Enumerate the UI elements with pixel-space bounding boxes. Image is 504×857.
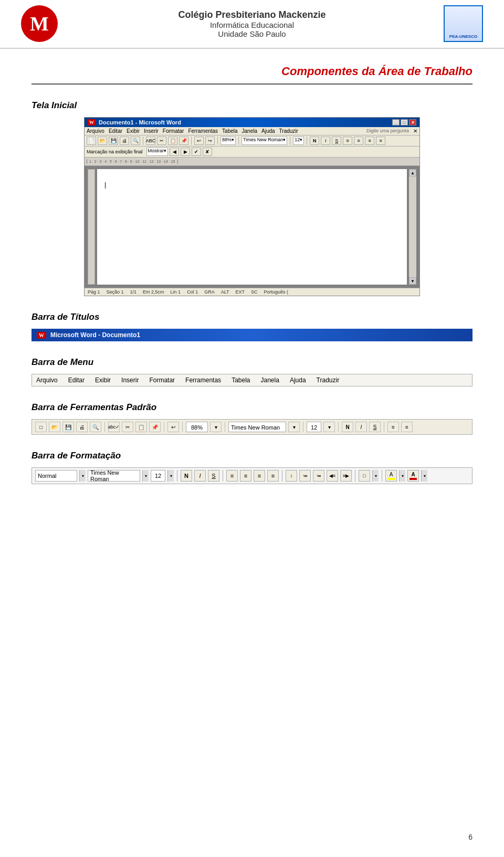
word-copy-btn[interactable]: 📋 xyxy=(168,137,177,145)
word-new-btn[interactable]: 📄 xyxy=(87,137,96,145)
scroll-up-btn[interactable]: ▲ xyxy=(409,169,416,176)
word-menu-janela[interactable]: Janela xyxy=(242,128,257,134)
tool-align-right-btn[interactable]: ≡ xyxy=(401,422,413,432)
menu-ajuda[interactable]: Ajuda xyxy=(290,377,306,384)
tool-undo-btn[interactable]: ↩ xyxy=(167,422,179,432)
word-minimize-button[interactable]: _ xyxy=(392,119,400,126)
status-gra: GRA xyxy=(204,289,215,295)
word-mostrar-dropdown[interactable]: Mostrar▾ xyxy=(146,148,169,156)
fmt-highlight-btn[interactable]: A xyxy=(385,470,397,482)
word-save-btn[interactable]: 💾 xyxy=(109,137,118,145)
menu-inserir[interactable]: Inserir xyxy=(121,377,139,384)
tool-zoom-dropdown-btn[interactable]: ▾ xyxy=(210,422,222,432)
tool-bold-btn[interactable]: N xyxy=(342,422,353,432)
word-underline-btn[interactable]: S xyxy=(332,137,341,145)
fmt-numbers-btn[interactable]: ≔ xyxy=(313,470,324,482)
fmt-border-btn[interactable]: □ xyxy=(359,470,370,482)
word-help-search[interactable]: Digite uma pergunta xyxy=(366,128,409,134)
word-window-buttons[interactable]: _ □ ✕ xyxy=(392,119,416,126)
fmt-italic-btn[interactable]: I xyxy=(194,470,206,482)
tool-paste-btn[interactable]: 📌 xyxy=(149,422,161,432)
tool-spell-btn[interactable]: abc✓ xyxy=(108,422,120,432)
fmt-font-dropdown-btn[interactable]: ▾ xyxy=(142,470,149,482)
word-menu-exibir[interactable]: Exibir xyxy=(127,128,140,134)
word-menu-editar[interactable]: Editar xyxy=(109,128,122,134)
tool-italic-btn[interactable]: I xyxy=(355,422,367,432)
word-menu-traduzir[interactable]: Traduzir xyxy=(279,128,298,134)
fmt-highlight-dropdown-btn[interactable]: ▾ xyxy=(399,470,405,482)
fmt-bullets-btn[interactable]: ≔ xyxy=(299,470,311,482)
menu-arquivo[interactable]: Arquivo xyxy=(36,377,58,384)
fmt-bold-btn[interactable]: N xyxy=(181,470,192,482)
word-align-right-btn[interactable]: ≡ xyxy=(365,137,374,145)
word-redo-btn[interactable]: ↪ xyxy=(205,137,215,145)
tool-sep5 xyxy=(303,422,303,432)
word-open-btn[interactable]: 📂 xyxy=(98,137,107,145)
tool-underline-btn[interactable]: S xyxy=(369,422,381,432)
word-menu-tabela[interactable]: Tabela xyxy=(222,128,237,134)
word-italic-btn[interactable]: I xyxy=(321,137,330,145)
word-undo-btn[interactable]: ↩ xyxy=(194,137,204,145)
word-zoom-dropdown[interactable]: 88%▾ xyxy=(220,137,236,145)
menu-traduzir[interactable]: Traduzir xyxy=(317,377,340,384)
fmt-align-justify-btn[interactable]: ≡ xyxy=(267,470,279,482)
word-paste-btn[interactable]: 📌 xyxy=(179,137,188,145)
word-menu-ajuda[interactable]: Ajuda xyxy=(261,128,275,134)
fmt-underline-btn[interactable]: S xyxy=(208,470,219,482)
highlight-color-bar xyxy=(387,478,395,480)
word-prev-change-btn[interactable]: ◀ xyxy=(170,148,179,156)
fmt-indent-inc-btn[interactable]: ≡▶ xyxy=(340,470,352,482)
menu-ferramentas[interactable]: Ferramentas xyxy=(185,377,221,384)
word-size-dropdown[interactable]: 12▾ xyxy=(293,137,304,145)
word-cut-btn[interactable]: ✂ xyxy=(157,137,166,145)
tool-cut-btn[interactable]: ✂ xyxy=(122,422,133,432)
word-align-center-btn[interactable]: ≡ xyxy=(354,137,363,145)
word-reject-btn[interactable]: ✘ xyxy=(203,148,212,156)
word-scrollbar[interactable]: ▲ ▼ xyxy=(409,169,416,285)
word-font-dropdown[interactable]: Times New Roman▾ xyxy=(242,137,287,145)
barra-titulos-label: Barra de Títulos xyxy=(32,312,472,322)
menu-exibir[interactable]: Exibir xyxy=(95,377,111,384)
tool-save-btn[interactable]: 💾 xyxy=(62,422,74,432)
word-titlebar-left: W Documento1 - Microsoft Word xyxy=(88,119,181,126)
tool-copy-btn[interactable]: 📋 xyxy=(135,422,147,432)
word-bold-btn[interactable]: N xyxy=(310,137,319,145)
word-preview-btn[interactable]: 🔍 xyxy=(131,137,140,145)
fmt-style-dropdown-btn[interactable]: ▾ xyxy=(79,470,86,482)
menu-formatar[interactable]: Formatar xyxy=(149,377,175,384)
menu-janela[interactable]: Janela xyxy=(261,377,279,384)
word-close-button[interactable]: ✕ xyxy=(409,119,416,126)
fmt-border-dropdown-btn[interactable]: ▾ xyxy=(372,470,379,482)
tool-font-dropdown-btn[interactable]: ▾ xyxy=(288,422,300,432)
fmt-fontcolor-dropdown-btn[interactable]: ▾ xyxy=(421,470,427,482)
tool-print-btn[interactable]: 🖨 xyxy=(76,422,88,432)
word-close-icon[interactable]: ✕ xyxy=(413,128,417,134)
word-spell-btn[interactable]: ABC xyxy=(146,137,155,145)
tool-sep4 xyxy=(225,422,225,432)
tool-new-btn[interactable]: □ xyxy=(35,422,47,432)
fmt-align-right-btn[interactable]: ≡ xyxy=(254,470,265,482)
word-menu-inserir[interactable]: Inserir xyxy=(144,128,159,134)
word-print-btn[interactable]: 🖨 xyxy=(120,137,129,145)
word-restore-button[interactable]: □ xyxy=(401,119,408,126)
fmt-align-left-btn[interactable]: ≡ xyxy=(226,470,238,482)
scroll-down-btn[interactable]: ▼ xyxy=(409,277,416,285)
word-menu-ferramentas[interactable]: Ferramentas xyxy=(188,128,218,134)
tool-preview-btn[interactable]: 🔍 xyxy=(90,422,101,432)
menu-editar[interactable]: Editar xyxy=(68,377,85,384)
fmt-fontcolor-btn[interactable]: A xyxy=(407,470,419,482)
tool-open-btn[interactable]: 📂 xyxy=(49,422,60,432)
word-menu-formatar[interactable]: Formatar xyxy=(163,128,184,134)
tool-size-dropdown-btn[interactable]: ▾ xyxy=(323,422,335,432)
word-align-justify-btn[interactable]: ≡ xyxy=(376,137,385,145)
word-accept-btn[interactable]: ✔ xyxy=(192,148,201,156)
word-next-change-btn[interactable]: ▶ xyxy=(181,148,190,156)
tool-align-left-btn[interactable]: ≡ xyxy=(387,422,399,432)
menu-tabela[interactable]: Tabela xyxy=(232,377,250,384)
fmt-align-center-btn[interactable]: ≡ xyxy=(240,470,251,482)
fmt-indent-dec-btn[interactable]: ◀≡ xyxy=(327,470,338,482)
fmt-line-spacing-btn[interactable]: ↕ xyxy=(286,470,297,482)
word-align-left-btn[interactable]: ≡ xyxy=(343,137,352,145)
word-menu-arquivo[interactable]: Arquivo xyxy=(87,128,104,134)
fmt-size-dropdown-btn[interactable]: ▾ xyxy=(167,470,174,482)
